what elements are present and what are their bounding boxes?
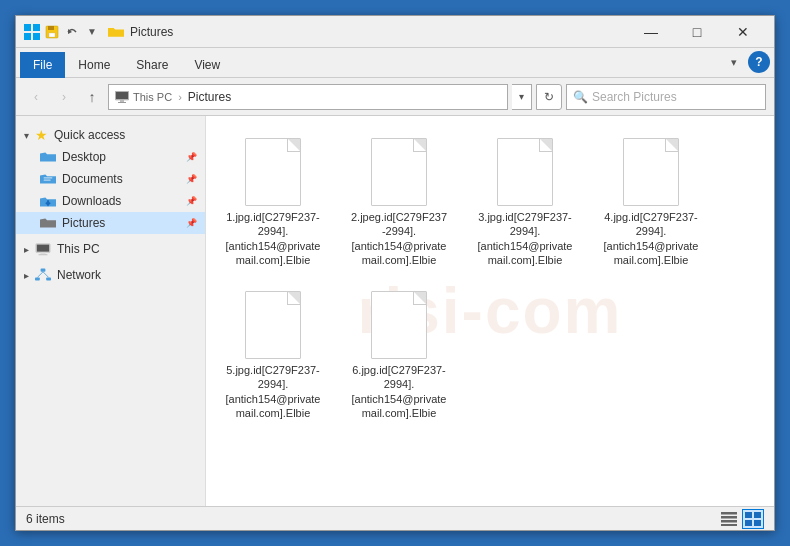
list-item[interactable]: 5.jpg.id[C279F237-2994].[antich154@priva… — [218, 281, 328, 426]
sidebar-item-this-pc[interactable]: ▸ This PC — [16, 238, 205, 260]
file-name-3: 3.jpg.id[C279F237-2994].[antich154@priva… — [476, 210, 574, 267]
svg-line-25 — [43, 272, 49, 278]
sidebar-documents-label: Documents — [62, 172, 123, 186]
folder-title-icon — [108, 25, 124, 39]
search-input[interactable]: 🔍 Search Pictures — [566, 84, 766, 110]
address-dropdown-button[interactable]: ▾ — [512, 84, 532, 110]
undo-icon[interactable] — [64, 24, 80, 40]
close-button[interactable]: ✕ — [720, 16, 766, 48]
tab-file[interactable]: File — [20, 52, 65, 78]
svg-rect-26 — [721, 512, 737, 515]
forward-button[interactable]: › — [52, 85, 76, 109]
file-name-6: 6.jpg.id[C279F237-2994].[antich154@priva… — [350, 363, 448, 420]
this-pc-collapse: ▸ — [24, 244, 29, 255]
help-button[interactable]: ? — [748, 51, 770, 73]
sidebar-item-pictures[interactable]: Pictures 📌 — [16, 212, 205, 234]
file-row-2: 5.jpg.id[C279F237-2994].[antich154@priva… — [218, 281, 762, 426]
file-icon-5 — [241, 287, 305, 359]
svg-rect-2 — [24, 33, 31, 40]
this-pc-icon — [35, 241, 51, 257]
file-name-2: 2.jpeg.id[C279F237-2994].[antich154@priv… — [350, 210, 448, 267]
svg-rect-9 — [116, 92, 128, 99]
tab-share[interactable]: Share — [123, 51, 181, 77]
window-icon — [24, 24, 40, 40]
svg-rect-11 — [118, 102, 126, 103]
address-computer-icon — [115, 91, 129, 103]
sidebar-item-downloads[interactable]: Downloads 📌 — [16, 190, 205, 212]
maximize-button[interactable]: □ — [674, 16, 720, 48]
refresh-button[interactable]: ↻ — [536, 84, 562, 110]
file-name-1: 1.jpg.id[C279F237-2994].[antich154@priva… — [224, 210, 322, 267]
ribbon-collapse-button[interactable]: ▾ — [724, 53, 744, 71]
svg-rect-28 — [721, 520, 737, 523]
icon-view-button[interactable] — [742, 509, 764, 529]
list-item[interactable]: 3.jpg.id[C279F237-2994].[antich154@priva… — [470, 128, 580, 273]
svg-rect-23 — [46, 277, 51, 280]
pictures-folder-icon — [40, 215, 56, 231]
svg-line-24 — [37, 272, 43, 278]
svg-rect-20 — [39, 254, 48, 255]
quick-access-label: Quick access — [54, 128, 125, 142]
desktop-folder-icon — [40, 149, 56, 165]
title-bar: ▼ Pictures — □ ✕ — [16, 16, 774, 48]
quick-access-star-icon: ★ — [35, 127, 48, 143]
breadcrumb: This PC — [133, 91, 172, 103]
sidebar-desktop-label: Desktop — [62, 150, 106, 164]
this-pc-label: This PC — [57, 242, 100, 256]
svg-rect-19 — [40, 253, 45, 255]
tab-view[interactable]: View — [181, 51, 233, 77]
tab-home[interactable]: Home — [65, 51, 123, 77]
list-item[interactable]: 6.jpg.id[C279F237-2994].[antich154@priva… — [344, 281, 454, 426]
list-item[interactable]: 1.jpg.id[C279F237-2994].[antich154@priva… — [218, 128, 328, 273]
file-icon-1 — [241, 134, 305, 206]
minimize-button[interactable]: — — [628, 16, 674, 48]
svg-rect-12 — [44, 177, 53, 178]
list-view-button[interactable] — [718, 509, 740, 529]
quick-access-header[interactable]: ▾ ★ Quick access — [16, 124, 205, 146]
main-content: ▾ ★ Quick access Desktop 📌 — [16, 116, 774, 506]
search-placeholder: Search Pictures — [592, 90, 677, 104]
documents-pin-icon: 📌 — [186, 174, 197, 184]
svg-rect-33 — [754, 520, 761, 526]
view-mode-buttons — [718, 509, 764, 529]
list-item[interactable]: 2.jpeg.id[C279F237-2994].[antich154@priv… — [344, 128, 454, 273]
file-name-4: 4.jpg.id[C279F237-2994].[antich154@priva… — [602, 210, 700, 267]
network-collapse: ▸ — [24, 270, 29, 281]
svg-rect-31 — [754, 512, 761, 518]
sidebar-item-documents[interactable]: Documents 📌 — [16, 168, 205, 190]
network-section: ▸ Network — [16, 264, 205, 286]
svg-rect-13 — [44, 179, 51, 180]
ribbon-tabs: File Home Share View ▾ ? — [16, 48, 774, 78]
file-icon-3 — [493, 134, 557, 206]
list-item[interactable]: 4.jpg.id[C279F237-2994].[antich154@priva… — [596, 128, 706, 273]
downloads-pin-icon: 📌 — [186, 196, 197, 206]
sidebar-item-desktop[interactable]: Desktop 📌 — [16, 146, 205, 168]
pin-icon[interactable]: ▼ — [84, 24, 100, 40]
desktop-pin-icon: 📌 — [186, 152, 197, 162]
item-count: 6 items — [26, 512, 65, 526]
file-icon-4 — [619, 134, 683, 206]
svg-rect-1 — [33, 24, 40, 31]
svg-rect-27 — [721, 516, 737, 519]
downloads-folder-icon — [40, 193, 56, 209]
address-input[interactable]: This PC › Pictures — [108, 84, 508, 110]
sidebar-item-network[interactable]: ▸ Network — [16, 264, 205, 286]
quick-access-section: ▾ ★ Quick access Desktop 📌 — [16, 124, 205, 234]
network-label: Network — [57, 268, 101, 282]
status-bar: 6 items — [16, 506, 774, 530]
breadcrumb-current: Pictures — [188, 90, 231, 104]
file-grid: risi-com 1.jpg.id[C279F237-2994].[antich… — [206, 116, 774, 506]
file-icon-2 — [367, 134, 431, 206]
svg-rect-18 — [37, 245, 49, 252]
back-button[interactable]: ‹ — [24, 85, 48, 109]
svg-rect-29 — [721, 524, 737, 526]
up-button[interactable]: ↑ — [80, 85, 104, 109]
svg-rect-21 — [41, 269, 46, 272]
window-title: Pictures — [130, 25, 173, 39]
sidebar-pictures-label: Pictures — [62, 216, 105, 230]
save-icon[interactable] — [44, 24, 60, 40]
svg-rect-6 — [49, 33, 55, 37]
crumb-sep-1: › — [178, 91, 182, 103]
svg-rect-10 — [120, 100, 124, 102]
svg-rect-22 — [35, 277, 40, 280]
